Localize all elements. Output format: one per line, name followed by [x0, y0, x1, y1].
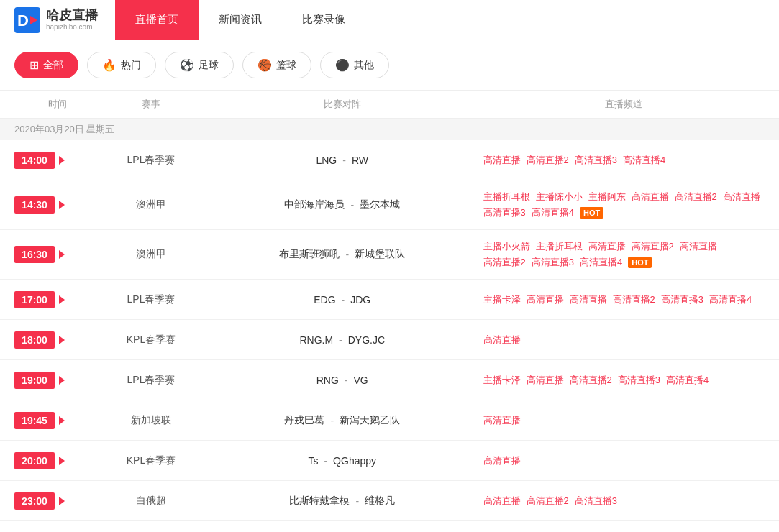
- filter-label-football: 足球: [199, 59, 219, 72]
- team1-name: RNG.M: [299, 334, 333, 346]
- channel-link[interactable]: 高清直播3: [532, 256, 574, 269]
- channel-link[interactable]: 高清直播: [588, 240, 626, 253]
- filter-label-hot: 热门: [121, 59, 141, 72]
- table-header: 时间 赛事 比赛对阵 直播频道: [0, 91, 779, 119]
- channel-link[interactable]: 高清直播: [632, 191, 669, 203]
- time-cell: 16:30: [14, 246, 101, 263]
- channel-link[interactable]: 高清直播4: [623, 154, 665, 167]
- time-badge: 16:30: [14, 246, 55, 263]
- filter-btn-hot[interactable]: 🔥热门: [87, 52, 156, 78]
- time-arrow-icon: [59, 250, 65, 259]
- channel-link[interactable]: 高清直播: [483, 454, 521, 467]
- match-name: KPL春季赛: [101, 454, 201, 467]
- team-separator: -: [330, 415, 334, 426]
- filter-btn-football[interactable]: ⚽足球: [165, 52, 234, 78]
- channel-link[interactable]: 高清直播: [527, 293, 564, 306]
- team2-name: JDG: [350, 294, 370, 306]
- time-arrow-icon: [59, 336, 65, 344]
- channel-link[interactable]: 高清直播: [483, 334, 521, 347]
- match-name: LPL春季赛: [101, 374, 201, 387]
- channel-link[interactable]: 主播陈小小: [536, 191, 583, 203]
- channel-link[interactable]: 高清直播3: [483, 206, 526, 219]
- channel-link[interactable]: 高清直播3: [618, 374, 660, 387]
- channel-link[interactable]: 高清直播3: [575, 154, 617, 167]
- channel-link[interactable]: 高清直播2: [570, 374, 612, 387]
- channels-cell: 主播卡泽 高清直播 高清直播 高清直播2 高清直播3 高清直播4: [483, 293, 765, 306]
- nav-tab-replay[interactable]: 比赛录像: [282, 0, 365, 40]
- channels-cell: 高清直播: [483, 454, 765, 467]
- time-cell: 19:00: [14, 372, 101, 389]
- team-separator: -: [342, 294, 345, 306]
- channel-link[interactable]: 高清直播3: [661, 293, 703, 306]
- team2-name: 新泻天鹅乙队: [340, 414, 400, 427]
- channel-link[interactable]: 高清直播4: [532, 206, 574, 219]
- channel-link[interactable]: 高清直播2: [483, 256, 526, 269]
- channel-link[interactable]: 高清直播4: [709, 293, 752, 306]
- filter-btn-all[interactable]: ⊞全部: [14, 52, 78, 78]
- channel-link[interactable]: 高清直播2: [632, 240, 674, 253]
- nav-tabs: 直播首页新闻资讯比赛录像: [115, 0, 365, 40]
- channel-link[interactable]: 主播折耳根: [536, 240, 583, 253]
- match-name: 白俄超: [101, 495, 201, 508]
- channel-link[interactable]: 高清直播2: [675, 191, 717, 203]
- team-separator: -: [339, 334, 342, 346]
- channel-link[interactable]: 高清直播: [483, 495, 521, 508]
- channel-link[interactable]: 主播阿东: [588, 191, 626, 203]
- filter-label-all: 全部: [43, 59, 63, 72]
- team2-name: 墨尔本城: [360, 198, 400, 211]
- team1-name: EDG: [314, 294, 335, 306]
- filter-label-other: 其他: [354, 59, 374, 72]
- channel-link[interactable]: 主播小火箭: [483, 240, 530, 253]
- time-arrow-icon: [59, 295, 65, 304]
- match-row: 20:00KPL春季赛Ts - QGhappy高清直播: [0, 441, 779, 481]
- teams-cell: 布里斯班狮吼 - 新城堡联队: [201, 248, 483, 261]
- header-match: 赛事: [101, 98, 201, 111]
- team1-name: Ts: [308, 455, 318, 467]
- header-channels: 直播频道: [483, 98, 765, 111]
- filter-btn-other[interactable]: ⚫其他: [320, 52, 389, 78]
- match-row: 16:30澳洲甲布里斯班狮吼 - 新城堡联队主播小火箭 主播折耳根 高清直播 高…: [0, 230, 779, 280]
- hot-badge: HOT: [628, 257, 652, 268]
- page-header: D 哈皮直播 hapizhibo.com 直播首页新闻资讯比赛录像: [0, 0, 779, 40]
- teams-cell: RNG - VG: [201, 375, 483, 386]
- channel-link[interactable]: 高清直播: [570, 293, 607, 306]
- match-row: 19:00LPL春季赛RNG - VG主播卡泽 高清直播 高清直播2 高清直播3…: [0, 360, 779, 400]
- time-cell: 20:00: [14, 452, 101, 469]
- channel-link[interactable]: 高清直播: [723, 191, 760, 203]
- logo-text: 哈皮直播 hapizhibo.com: [46, 9, 98, 31]
- svg-text:D: D: [17, 12, 29, 29]
- filter-icon-football: ⚽: [180, 58, 194, 72]
- channel-link[interactable]: 主播卡泽: [483, 293, 521, 306]
- channel-link[interactable]: 高清直播3: [575, 495, 617, 508]
- filter-bar: ⊞全部🔥热门⚽足球🏀篮球⚫其他: [0, 40, 779, 91]
- channel-link[interactable]: 高清直播: [527, 374, 564, 387]
- teams-cell: 比斯特戴拿模 - 维格凡: [201, 495, 483, 508]
- match-row: 17:00LPL春季赛EDG - JDG主播卡泽 高清直播 高清直播 高清直播2…: [0, 280, 779, 320]
- channel-link[interactable]: 主播折耳根: [483, 191, 530, 203]
- channel-link[interactable]: 主播卡泽: [483, 374, 521, 387]
- channel-link[interactable]: 高清直播2: [527, 154, 569, 167]
- match-row: 14:30澳洲甲中部海岸海员 - 墨尔本城主播折耳根 主播陈小小 主播阿东 高清…: [0, 180, 779, 230]
- teams-cell: LNG - RW: [201, 155, 483, 166]
- logo-area: D 哈皮直播 hapizhibo.com: [0, 7, 115, 33]
- channel-link[interactable]: 高清直播4: [666, 374, 709, 387]
- nav-tab-home[interactable]: 直播首页: [115, 0, 199, 40]
- channel-link[interactable]: 高清直播: [483, 154, 521, 167]
- channel-link[interactable]: 高清直播2: [613, 293, 655, 306]
- filter-btn-basketball[interactable]: 🏀篮球: [242, 52, 311, 78]
- time-badge: 18:00: [14, 331, 55, 349]
- match-rows-container: 14:00LPL春季赛LNG - RW高清直播 高清直播2 高清直播3 高清直播…: [0, 140, 779, 521]
- channel-link[interactable]: 高清直播: [680, 240, 717, 253]
- time-cell: 14:00: [14, 152, 101, 169]
- channel-link[interactable]: 高清直播2: [527, 495, 569, 508]
- time-arrow-icon: [59, 156, 65, 165]
- time-arrow-icon: [59, 201, 65, 209]
- channel-link[interactable]: 高清直播4: [580, 256, 622, 269]
- channels-cell: 主播卡泽 高清直播 高清直播2 高清直播3 高清直播4: [483, 374, 765, 387]
- hot-badge: HOT: [580, 207, 603, 219]
- match-row: 19:45新加坡联丹戎巴葛 - 新泻天鹅乙队高清直播: [0, 400, 779, 441]
- channel-link[interactable]: 高清直播: [483, 414, 521, 427]
- nav-tab-news[interactable]: 新闻资讯: [199, 0, 282, 40]
- team1-name: 中部海岸海员: [284, 198, 345, 211]
- team2-name: VG: [354, 375, 368, 386]
